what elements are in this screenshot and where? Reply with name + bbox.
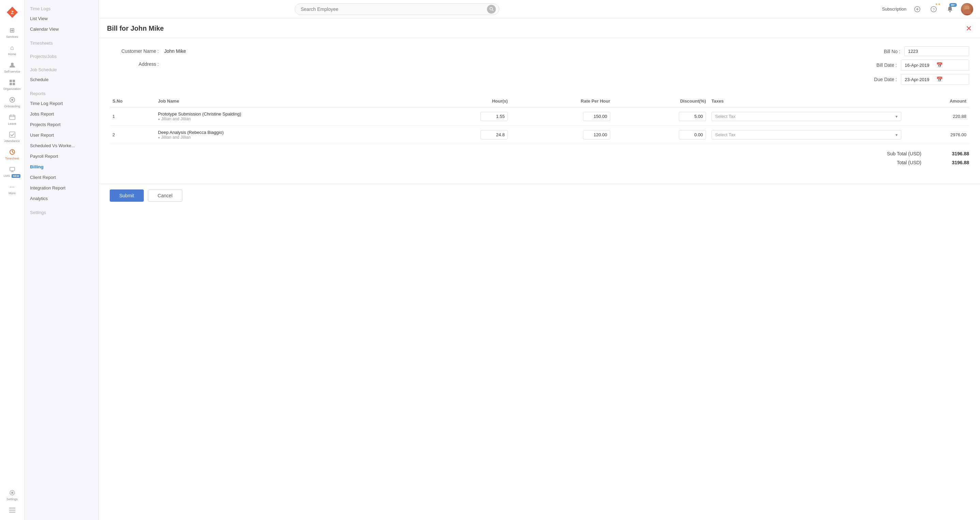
sidebar-item-jobs-report[interactable]: Jobs Report: [24, 109, 99, 119]
sidebar-item-list-view[interactable]: List View: [24, 13, 99, 24]
row1-tax-select[interactable]: Select Tax ▾: [711, 112, 902, 121]
bill-title: Bill for John Mike: [107, 24, 164, 32]
bill-date-value: 16-Apr-2019: [905, 63, 934, 68]
help-button[interactable]: ? ✦✦: [928, 4, 939, 15]
table-header-row: S.No Job Name Hour(s) Rate Per Hour Disc…: [110, 95, 969, 107]
bill-right-fields: Bill No : Bill Date : 16-Apr-2019 📅 Due …: [543, 46, 969, 85]
row2-rate-input[interactable]: [583, 130, 610, 139]
bill-actions: Submit Cancel: [99, 184, 980, 207]
sidebar-item-lms-label: LMS NEW: [4, 174, 21, 178]
row2-sno: 2: [110, 126, 155, 144]
sidebar-item-time-log-report[interactable]: Time Log Report: [24, 98, 99, 109]
row2-tax-placeholder: Select Tax: [715, 132, 736, 137]
row2-tax-chevron: ▾: [896, 132, 897, 137]
svg-rect-5: [13, 80, 15, 82]
sidebar-item-self-service[interactable]: Self-service: [0, 59, 24, 76]
sidebar-item-analytics[interactable]: Analytics: [24, 193, 99, 204]
svg-rect-7: [13, 83, 15, 85]
row1-discount-cell: [613, 107, 709, 126]
sidebar-item-home-label: Home: [8, 52, 16, 56]
avatar-inner: [961, 3, 973, 15]
customer-name-label: Customer Name :: [110, 46, 164, 54]
row1-tax-placeholder: Select Tax: [715, 114, 736, 119]
sidebar-item-schedule[interactable]: Schedule: [24, 74, 99, 85]
col-taxes: Taxes: [709, 95, 904, 107]
onboarding-icon: [8, 96, 16, 103]
sidebar-item-self-service-label: Self-service: [4, 70, 20, 73]
sidebar-item-settings-label: Settings: [6, 498, 18, 501]
sidebar-item-leave[interactable]: Leave: [0, 111, 24, 128]
bill-date-input[interactable]: 16-Apr-2019 📅: [901, 60, 969, 70]
row1-hours-input[interactable]: [480, 112, 508, 121]
sidebar-item-projects-report[interactable]: Projects Report: [24, 119, 99, 130]
add-button[interactable]: [912, 4, 923, 15]
sidebar-item-organization[interactable]: Organization: [0, 76, 24, 93]
bill-form: Customer Name : John Mike Address : Bill…: [99, 38, 980, 184]
search-button[interactable]: [487, 5, 496, 14]
due-date-input[interactable]: 23-Apr-2019 📅: [901, 74, 969, 85]
sidebar-item-payroll-report[interactable]: Payroll Report: [24, 151, 99, 162]
sidebar-section-time-logs: Time Logs: [24, 0, 99, 13]
logo-area[interactable]: Z: [0, 3, 24, 24]
search-icon: [489, 7, 494, 11]
row2-discount-cell: [613, 126, 709, 144]
row2-rate-cell: [511, 126, 613, 144]
bill-table: S.No Job Name Hour(s) Rate Per Hour Disc…: [110, 95, 969, 144]
row2-tax-select[interactable]: Select Tax ▾: [711, 130, 902, 139]
sidebar-item-billing[interactable]: Billing: [24, 162, 99, 172]
sidebar-item-user-report[interactable]: User Report: [24, 130, 99, 140]
hamburger-menu[interactable]: [0, 504, 24, 517]
sidebar-item-attendance[interactable]: Attendance: [0, 128, 24, 146]
search-input[interactable]: [295, 3, 499, 15]
total-value: 3196.88: [942, 160, 969, 165]
cancel-button[interactable]: Cancel: [148, 189, 183, 202]
more-icon: ···: [8, 183, 16, 191]
svg-point-25: [490, 8, 492, 10]
total-label: Total (USD): [867, 160, 921, 165]
sidebar-item-lms[interactable]: LMS NEW: [0, 163, 24, 180]
sidebar-item-client-report[interactable]: Client Report: [24, 172, 99, 183]
notification-badge: 99+: [949, 3, 957, 7]
sidebar-item-calendar-view[interactable]: Calendar View: [24, 24, 99, 34]
row1-hours-cell: [415, 107, 511, 126]
icon-sidebar: Z ⊞ Services ⌂ Home Self-service Organiz…: [0, 0, 24, 520]
sidebar-item-more[interactable]: ··· More: [0, 180, 24, 198]
settings-icon: [8, 489, 16, 496]
sidebar-item-attendance-label: Attendance: [5, 139, 20, 143]
svg-point-9: [11, 99, 13, 101]
row1-job-sub: ● Jillian and Jillian: [158, 116, 412, 121]
row2-hours-input[interactable]: [480, 130, 508, 139]
sidebar-item-services[interactable]: ⊞ Services: [0, 24, 24, 41]
sidebar-item-scheduled-vs-worked[interactable]: Scheduled Vs Worke...: [24, 140, 99, 151]
sidebar-item-home[interactable]: ⌂ Home: [0, 41, 24, 59]
sidebar-item-integration-report[interactable]: Integration Report: [24, 183, 99, 193]
sidebar-item-settings[interactable]: Settings: [0, 486, 24, 504]
close-button[interactable]: ✕: [966, 25, 972, 32]
submit-button[interactable]: Submit: [110, 189, 144, 202]
row1-discount-input[interactable]: [679, 112, 706, 121]
notification-button[interactable]: 99+: [945, 4, 956, 15]
bill-no-input[interactable]: [904, 46, 969, 56]
sidebar-item-timesheet[interactable]: Timesheet: [0, 146, 24, 163]
row1-rate-input[interactable]: [583, 112, 610, 121]
due-calendar-icon: 📅: [936, 76, 965, 83]
row1-tax-chevron: ▾: [896, 114, 897, 119]
row2-discount-input[interactable]: [679, 130, 706, 139]
row1-tax-cell: Select Tax ▾: [709, 107, 904, 126]
sidebar-item-onboarding[interactable]: Onboarding: [0, 93, 24, 111]
timesheet-icon: [8, 148, 16, 156]
topbar: Subscription ? ✦✦ 99+: [99, 0, 980, 18]
sidebar-item-services-label: Services: [6, 35, 18, 38]
subscription-button[interactable]: Subscription: [882, 6, 907, 11]
sub-total-row: Sub Total (USD) 3196.88: [867, 151, 969, 156]
row2-job-sub: ● Jillian and Jillian: [158, 135, 412, 140]
row1-job-name: Prototype Submission (Christine Spalding…: [158, 111, 412, 116]
address-row: Address :: [110, 59, 536, 67]
svg-rect-6: [10, 83, 12, 85]
row1-amount: 220.88: [904, 107, 969, 126]
bill-no-label: Bill No :: [870, 49, 900, 54]
sidebar-item-onboarding-label: Onboarding: [4, 105, 20, 108]
svg-line-17: [12, 152, 14, 153]
user-avatar[interactable]: [961, 3, 973, 15]
row1-rate-cell: [511, 107, 613, 126]
